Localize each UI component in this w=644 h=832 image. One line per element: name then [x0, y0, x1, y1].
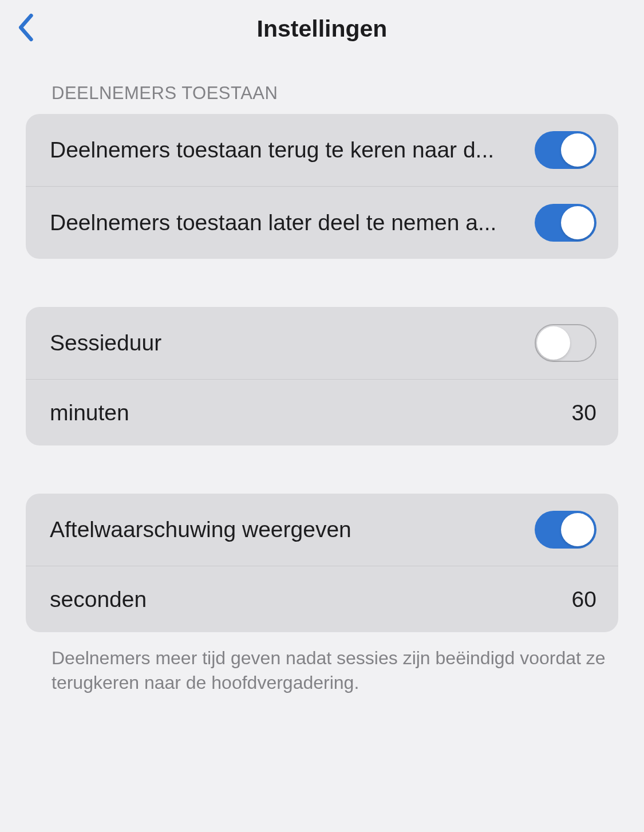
toggle-knob: [561, 513, 594, 546]
spacer: [0, 445, 644, 494]
page-title: Instellingen: [257, 15, 388, 42]
row-session-duration: Sessieduur: [26, 307, 618, 379]
allow-return-toggle[interactable]: [535, 131, 596, 169]
allow-later-toggle[interactable]: [535, 204, 596, 242]
countdown-label: Aftelwaarschuwing weergeven: [50, 517, 535, 542]
row-seconds[interactable]: seconden 60: [26, 566, 618, 632]
row-allow-return: Deelnemers toestaan terug te keren naar …: [26, 114, 618, 186]
seconds-value: 60: [572, 587, 596, 612]
toggle-knob: [537, 326, 570, 360]
spacer: [0, 259, 644, 307]
row-minutes[interactable]: minuten 30: [26, 379, 618, 445]
toggle-knob: [561, 206, 594, 239]
group-session-duration: Sessieduur minuten 30: [26, 307, 618, 445]
allow-later-label: Deelnemers toestaan later deel te nemen …: [50, 210, 535, 235]
section-header-participants: DEELNEMERS TOESTAAN: [0, 57, 644, 114]
allow-return-label: Deelnemers toestaan terug te keren naar …: [50, 137, 535, 163]
countdown-toggle[interactable]: [535, 511, 596, 549]
minutes-value: 30: [572, 400, 596, 425]
minutes-label: minuten: [50, 400, 572, 425]
session-duration-label: Sessieduur: [50, 330, 535, 356]
header: Instellingen: [0, 0, 644, 57]
footer-note: Deelnemers meer tijd geven nadat sessies…: [0, 632, 644, 695]
seconds-label: seconden: [50, 587, 572, 612]
row-allow-later: Deelnemers toestaan later deel te nemen …: [26, 186, 618, 259]
chevron-left-icon: [16, 13, 34, 42]
group-participants: Deelnemers toestaan terug te keren naar …: [26, 114, 618, 259]
row-countdown: Aftelwaarschuwing weergeven: [26, 494, 618, 566]
back-button[interactable]: [16, 13, 34, 45]
session-duration-toggle[interactable]: [535, 324, 596, 362]
toggle-knob: [561, 133, 594, 167]
group-countdown: Aftelwaarschuwing weergeven seconden 60: [26, 494, 618, 632]
